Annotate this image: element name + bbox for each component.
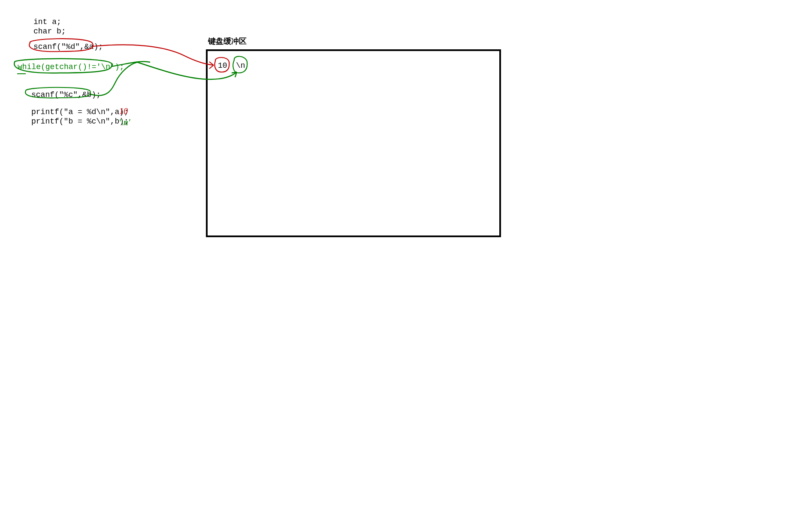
annotation-result-b: '\n' (119, 118, 130, 127)
buffer-item-10: 10 (218, 61, 227, 70)
code-line-int-a: int a; (33, 17, 61, 27)
code-line-printf-a: printf("a = %d\n",a); (31, 107, 129, 117)
code-line-scanf-a: scanf("%d",&a); (33, 42, 103, 51)
annotation-result-a: 10 (119, 106, 128, 116)
code-line-while-getchar: while(getchar()!='\n'); (18, 62, 124, 72)
code-line-printf-b: printf("b = %c\n",b); (31, 117, 129, 126)
code-line-scanf-b: scanf("%c",&b); (31, 90, 101, 100)
buffer-item-newline: \n (236, 61, 245, 70)
buffer-label: 键盘缓冲区 (208, 36, 247, 46)
keyboard-buffer-box (206, 49, 501, 237)
code-line-char-b: char b; (33, 27, 66, 36)
